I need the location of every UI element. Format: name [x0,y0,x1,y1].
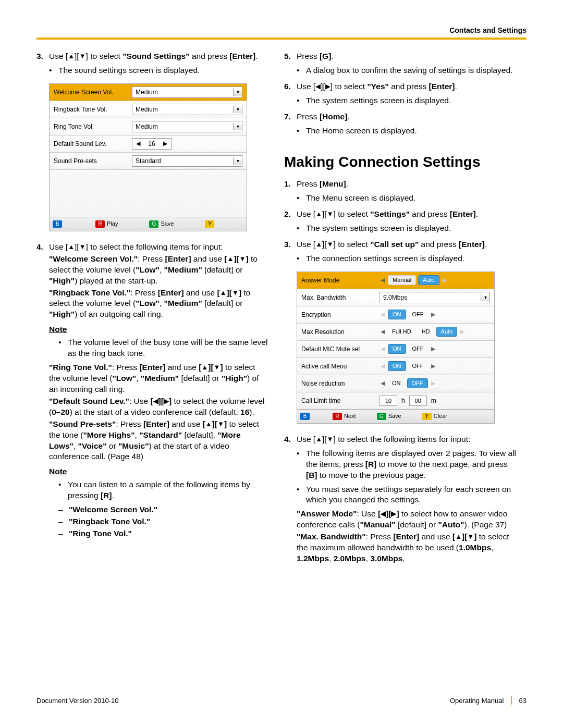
left-icon: ◀ [132,140,144,147]
row-ringtone-vol: Ring Tone Vol. Medium▾ [50,118,247,135]
step-text: Use [▲][▼] to select the following items… [49,242,268,320]
y-key-icon: Y [205,220,214,228]
default-level-para: "Default Sound Lev.": Use [◀][▶] to sele… [49,396,268,418]
row-welcome-vol: Welcome Screen Vol. Medium▾ [50,84,247,101]
r-key-icon: R [333,413,342,420]
section-title: Making Connection Settings [284,152,516,172]
step-num: 2. [284,209,297,220]
note-label: Note [49,466,268,477]
note-label: Note [49,324,268,335]
left-icon: ◀ [380,379,386,387]
right-icon: ▶ [459,328,466,336]
chevron-down-icon: ▾ [233,106,242,113]
bandwidth-para: "Max. Bandwidth": Press [Enter] and use … [297,532,516,564]
right-icon: ▶ [325,82,331,91]
noise-reduction-toggle[interactable]: ◀ONOFF▶ [380,378,436,388]
ringtone-vol-para: "Ring Tone Vol.": Press [Enter] and use … [49,362,268,395]
row-call-limit: Call Limit time 10h 00m [297,392,494,409]
footer-right: Operating Manual 63 [450,696,527,705]
right-icon: ▶ [430,362,436,370]
page-footer: Document Version 2010-10 Operating Manua… [36,696,527,705]
step-num: 1. [284,179,297,190]
step-num: 3. [284,239,297,250]
screenshot-panel: Welcome Screen Vol. Medium▾ Ringback Ton… [49,83,247,217]
right-icon: ▶ [160,140,171,147]
answer-mode-para: "Answer Mode": Use [◀][▶] to select how … [297,509,516,530]
chevron-down-icon: ▾ [233,157,242,165]
step-6: 6. Use [◀][▶] to select "Yes" and press … [284,81,516,92]
up-icon: ▲ [68,242,75,252]
connection-settings-screenshot: Answer Mode ◀ManualAuto▶ Max. Bandwidth … [297,272,495,424]
header-section: Contacts and Settings [36,26,527,34]
dash-item: –"Ring Tone Vol." [58,528,268,539]
conn-step-4: 4. Use [▲][▼] to select the following it… [284,434,516,445]
step-num: 6. [284,81,297,92]
welcome-vol-dropdown[interactable]: Medium▾ [132,87,242,98]
r-key-icon: R [95,220,105,228]
step-3-bullet: • The sound settings screen is displayed… [49,65,268,76]
left-icon: ◀ [380,276,386,284]
screenshot-footer: B RNext GSave YClear [297,410,495,424]
step-7: 7. Press [Home]. [284,112,516,122]
ringback-vol-dropdown[interactable]: Medium▾ [132,104,242,115]
conn-step-1-bullet: •The Menu screen is displayed. [297,193,516,204]
note-bullet: • You can listen to a sample of the foll… [58,479,268,501]
screenshot-footer: B RPlay GSave Y [49,217,247,231]
chevron-down-icon: ▾ [233,89,242,96]
conn-step-4-bullet-2: •You must save the settings separately f… [297,484,516,506]
active-call-toggle[interactable]: ◀ONOFF▶ [380,361,436,371]
row-mic-mute: Default MIC Mute set ◀ONOFF▶ [297,341,494,358]
row-noise-reduction: Noise reduction ◀ONOFF▶ [297,375,494,392]
down-icon: ▼ [327,435,334,444]
right-icon: ▶ [442,276,448,284]
step-5: 5. Press [G]. [284,51,516,62]
step-6-bullet: •The system settings screen is displayed… [297,95,516,106]
right-column: 5. Press [G]. •A dialog box to confirm t… [284,51,516,564]
chevron-down-icon: ▾ [233,123,242,130]
row-encryption: Encryption ◀ONOFF▶ [297,306,494,324]
up-icon: ▲ [68,52,75,61]
right-icon: ▶ [430,311,436,318]
dash-item: –"Welcome Screen Vol." [58,504,268,515]
left-icon: ◀ [380,328,386,336]
row-presets: Sound Pre-sets Standard▾ [50,153,247,170]
ringback-vol-para: "Ringback Tone Vol.": Press [Enter] and … [49,288,268,320]
step-5-bullet: •A dialog box to confirm the saving of s… [297,65,516,76]
step-num: 4. [36,242,49,320]
step-4: 4. Use [▲][▼] to select the following it… [36,242,268,320]
resolution-segment[interactable]: ◀Full HDHDAuto▶ [380,327,466,337]
down-icon: ▼ [79,242,86,252]
row-answer-mode: Answer Mode ◀ManualAuto▶ [297,272,494,289]
bandwidth-dropdown[interactable]: 9.0Mbps▾ [380,292,490,303]
step-3: 3. Use [▲][▼] to select "Sound Settings"… [36,51,268,62]
down-icon: ▼ [327,240,334,249]
two-column-layout: 3. Use [▲][▼] to select "Sound Settings"… [36,51,527,564]
conn-step-3-bullet: •The connection settings screen is displ… [297,253,516,264]
default-level-spinner[interactable]: ◀16▶ [132,138,172,150]
row-ringback-vol: Ringback Tone Vol. Medium▾ [50,101,247,118]
left-icon: ◀ [380,362,386,370]
welcome-vol-para: "Welcome Screen Vol.": Press [Enter] and… [49,254,268,287]
row-default-level: Default Sound Lev. ◀16▶ [50,135,247,153]
answer-mode-segment[interactable]: ◀ManualAuto▶ [380,275,448,285]
page-number: 63 [519,697,527,705]
blank-area [50,170,247,217]
minutes-field[interactable]: 00 [409,396,427,406]
presets-dropdown[interactable]: Standard▾ [132,155,242,167]
down-icon: ▼ [79,52,86,61]
step-num: 3. [36,51,49,62]
conn-step-4-bullet-1: •The following items are displayed over … [297,448,516,481]
up-icon: ▲ [315,435,322,444]
mic-mute-toggle[interactable]: ◀ONOFF▶ [380,344,436,354]
chevron-down-icon: ▾ [481,294,489,301]
sound-settings-screenshot: Welcome Screen Vol. Medium▾ Ringback Ton… [49,83,247,231]
y-key-icon: Y [422,413,432,420]
g-key-icon: G [377,413,386,420]
b-key-icon: B [53,220,62,228]
encryption-toggle[interactable]: ◀ONOFF▶ [380,310,436,319]
ringtone-vol-dropdown[interactable]: Medium▾ [132,121,242,132]
step-text: Use [▲][▼] to select "Sound Settings" an… [49,51,268,62]
up-icon: ▲ [315,209,322,219]
presets-para: "Sound Pre-sets": Press [Enter] and use … [49,419,268,463]
hours-field[interactable]: 10 [380,396,397,406]
